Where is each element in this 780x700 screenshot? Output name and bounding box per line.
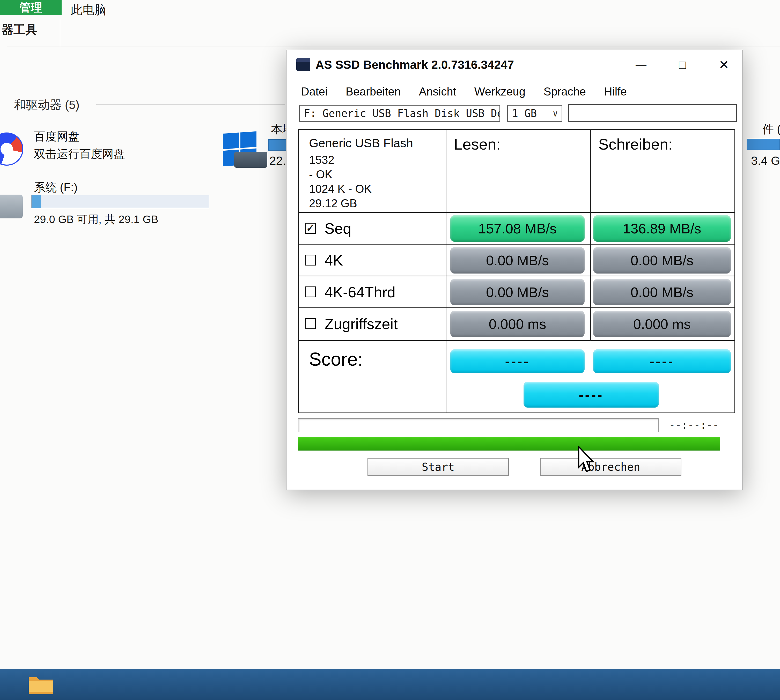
local-disk-free-space: 22. xyxy=(269,154,286,168)
drives-section-line xyxy=(96,104,285,105)
drive-select[interactable]: F: Generic USB Flash Disk USB Dev ∨ xyxy=(299,105,500,122)
baidu-netdisk-description: 双击运行百度网盘 xyxy=(34,147,125,162)
seq-read-result: 157.08 MB/s xyxy=(450,215,585,242)
right-drive-label[interactable]: 件 (E xyxy=(762,122,780,137)
row-seq: ✓ Seq xyxy=(298,213,446,244)
seq-label: Seq xyxy=(325,220,351,237)
seq-checkbox[interactable]: ✓ xyxy=(305,223,316,234)
ribbon-divider xyxy=(7,47,780,47)
menu-hilfe[interactable]: Hilfe xyxy=(604,85,627,98)
access-time-label: Zugriffszeit xyxy=(325,315,398,333)
4k64-write-result: 0.00 MB/s xyxy=(593,279,731,305)
screen: 管理 器工具 此电脑 和驱动器 (5) 百度网盘 双击运行百度网盘 系统 (F:… xyxy=(0,0,780,700)
device-info-line: - OK xyxy=(309,167,443,182)
4k-checkbox[interactable] xyxy=(305,255,316,265)
overall-progress-bar xyxy=(298,437,720,450)
drive-f-capacity-used xyxy=(32,195,41,208)
menu-datei[interactable]: Datei xyxy=(301,85,328,98)
test-size-value: 1 GB xyxy=(512,107,537,119)
menu-bearbeiten[interactable]: Bearbeiten xyxy=(346,85,401,98)
as-ssd-benchmark-window: AS SSD Benchmark 2.0.7316.34247 — □ ✕ Da… xyxy=(286,50,743,490)
menu-werkzeug[interactable]: Werkzeug xyxy=(474,85,525,98)
tab-this-pc[interactable]: 此电脑 xyxy=(71,2,107,18)
score-label: Score: xyxy=(309,348,363,370)
drive-f-icon[interactable] xyxy=(0,195,23,218)
local-disk-icon[interactable] xyxy=(223,132,267,168)
time-remaining: --:--:-- xyxy=(669,419,719,431)
menu-sprache[interactable]: Sprache xyxy=(543,85,586,98)
chevron-down-icon[interactable]: ∨ xyxy=(549,108,562,118)
tab-divider xyxy=(60,18,60,47)
device-info-line: 1024 K - OK xyxy=(309,182,443,196)
drive-f-capacity-bar xyxy=(31,195,209,208)
menu-ansicht[interactable]: Ansicht xyxy=(419,85,456,98)
file-explorer-icon[interactable] xyxy=(28,673,54,695)
menu-bar: Datei Bearbeiten Ansicht Werkzeug Sprach… xyxy=(301,81,627,102)
close-button[interactable]: ✕ xyxy=(712,50,736,79)
4k64-checkbox[interactable] xyxy=(305,287,316,297)
taskbar xyxy=(0,669,780,700)
row-4k64: 4K-64Thrd xyxy=(298,277,446,307)
score-write: ---- xyxy=(593,349,731,373)
device-info: Generic USB Flash 1532 - OK 1024 K - OK … xyxy=(309,136,443,211)
local-disk-capacity-bar xyxy=(268,139,287,151)
window-title: AS SSD Benchmark 2.0.7316.34247 xyxy=(315,50,514,79)
4k-read-result: 0.00 MB/s xyxy=(450,247,585,273)
4k-write-result: 0.00 MB/s xyxy=(593,247,731,273)
cancel-button[interactable]: Abbrechen xyxy=(540,458,682,476)
minimize-button[interactable]: — xyxy=(628,50,653,79)
access-time-write-result: 0.000 ms xyxy=(593,311,731,337)
results-grid: Generic USB Flash 1532 - OK 1024 K - OK … xyxy=(298,129,735,413)
drive-select-value: F: Generic USB Flash Disk USB Dev xyxy=(304,107,500,119)
4k64-label: 4K-64Thrd xyxy=(325,283,395,301)
drives-section-header: 和驱动器 (5) xyxy=(14,97,80,113)
ribbon-tab-manage[interactable]: 管理 xyxy=(0,0,62,15)
baidu-netdisk-label[interactable]: 百度网盘 xyxy=(34,129,80,144)
4k-label: 4K xyxy=(325,252,343,269)
test-progress-bar xyxy=(298,418,658,432)
device-info-line: 29.12 GB xyxy=(309,196,443,211)
4k64-read-result: 0.00 MB/s xyxy=(450,279,585,305)
start-button[interactable]: Start xyxy=(367,458,509,476)
drive-f-label[interactable]: 系统 (F:) xyxy=(34,180,78,195)
score-total: ---- xyxy=(523,382,659,408)
access-time-read-result: 0.000 ms xyxy=(450,311,585,337)
grid-vline-labels xyxy=(446,130,447,412)
ribbon-tab-drive-tools[interactable]: 器工具 xyxy=(2,22,37,38)
drive-f-free-space: 29.0 GB 可用, 共 29.1 GB xyxy=(34,212,158,227)
row-4k: 4K xyxy=(298,245,446,276)
row-access-time: Zugriffszeit xyxy=(298,308,446,339)
test-size-select[interactable]: 1 GB ∨ xyxy=(507,105,562,122)
device-info-line: 1532 xyxy=(309,153,443,167)
write-column-header: Schreiben: xyxy=(598,135,673,153)
baidu-netdisk-icon[interactable] xyxy=(0,132,23,166)
hard-drive-shape xyxy=(234,152,267,168)
grid-vline-read-write xyxy=(590,130,591,341)
right-drive-free-space: 3.4 G xyxy=(751,154,780,168)
access-time-checkbox[interactable] xyxy=(305,318,316,329)
mouse-cursor-icon xyxy=(577,446,597,476)
maximize-button[interactable]: □ xyxy=(670,50,695,79)
device-name: Generic USB Flash xyxy=(309,136,443,150)
seq-write-result: 136.89 MB/s xyxy=(593,215,731,242)
app-icon xyxy=(296,58,310,71)
score-read: ---- xyxy=(450,349,585,373)
text-input[interactable] xyxy=(568,104,737,122)
grid-hline xyxy=(298,340,735,341)
read-column-header: Lesen: xyxy=(454,135,500,153)
right-drive-capacity-bar xyxy=(747,139,780,150)
